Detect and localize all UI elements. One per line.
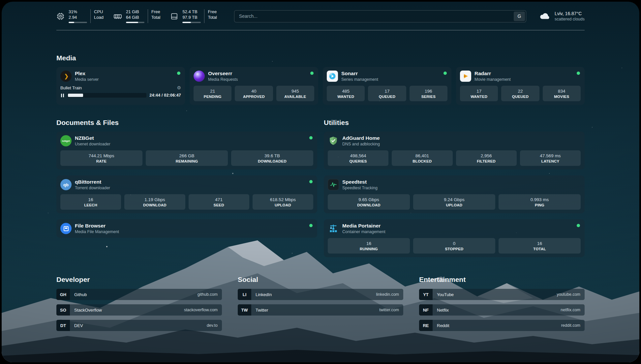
snow-particles — [2, 2, 2, 2]
filebrowser-name: File Browser — [75, 223, 119, 229]
cpu-progress-bar — [69, 22, 87, 23]
memory-icon — [113, 12, 122, 20]
plex-status-dot — [177, 72, 180, 75]
plex-icon: ❯ — [60, 71, 72, 82]
plex-name: Plex — [75, 71, 99, 76]
top-bar: 31% 2.94 CPU Load — [56, 2, 585, 20]
qbittorrent-stat-download: 1.19 GbpsDOWNLOAD — [124, 194, 185, 210]
plex-playback-progress[interactable] — [67, 93, 146, 98]
adguard-subtitle: DNS and adblocking — [342, 142, 380, 146]
sonarr-stat-wanted: 485WANTED — [327, 86, 365, 101]
adguard-shield-icon — [328, 135, 339, 146]
nzbget-status-dot — [309, 136, 313, 139]
utilities-section: Utilities AdGu — [324, 119, 585, 257]
youtube-abbr: YT — [419, 289, 433, 300]
entertainment-bookmarks: Entertainment YT YouTube youtube.com NF … — [419, 276, 585, 331]
speedtest-stat-ping: 0.993 msPING — [499, 194, 581, 210]
radarr-name: Radarr — [474, 71, 511, 76]
bookmark-stackoverflow[interactable]: SO StackOverflow stackoverflow.com — [56, 304, 222, 316]
entertainment-section-title: Entertainment — [419, 276, 585, 284]
memory-progress-bar — [126, 22, 144, 23]
speedtest-stat-upload: 9.24 GbpsUPLOAD — [413, 194, 495, 210]
cloud-icon — [539, 11, 551, 21]
portainer-status-dot — [577, 224, 580, 227]
qbittorrent-name: qBittorrent — [75, 179, 110, 185]
sonarr-card[interactable]: Sonarr Series management 485WANTED 17QUE… — [323, 67, 451, 105]
adguard-stat-blocked: 86,401BLOCKED — [392, 150, 452, 166]
sonarr-name: Sonarr — [341, 71, 378, 76]
overseerr-subtitle: Media Requests — [208, 77, 238, 82]
adguard-name: AdGuard Home — [342, 135, 380, 141]
filebrowser-status-dot — [309, 224, 313, 227]
search-bar: G — [234, 10, 526, 22]
qbittorrent-icon: qb — [60, 179, 72, 190]
overseerr-name: Overseerr — [208, 71, 238, 76]
speedtest-name: Speedtest — [342, 179, 378, 185]
dashboard: 31% 2.94 CPU Load — [2, 2, 639, 362]
radarr-subtitle: Movie management — [474, 77, 511, 82]
qbittorrent-stat-seed: 471SEED — [189, 194, 249, 210]
disk-total-value: 97.9 TB — [182, 15, 201, 20]
plex-subtitle: Media server — [75, 77, 99, 82]
topbar-divider — [56, 30, 585, 30]
overseerr-stat-approved: 40APPROVED — [235, 86, 273, 101]
documents-section: Documents & Files nzbget NZBGet Usenet d… — [56, 119, 317, 238]
filebrowser-subtitle: Media File Management — [75, 229, 119, 234]
weather-condition: scattered clouds — [555, 17, 585, 21]
memory-label-2: Total — [151, 15, 160, 20]
nzbget-card[interactable]: nzbget NZBGet Usenet downloader 744.21 M… — [56, 132, 317, 169]
sonarr-status-dot — [443, 72, 447, 75]
nzbget-icon: nzbget — [60, 135, 72, 146]
radarr-status-dot — [577, 72, 580, 75]
speedtest-stat-download: 9.65 GbpsDOWNLOAD — [328, 194, 410, 210]
cpu-usage-value: 31% — [69, 9, 87, 15]
adguard-stat-latency: 47.569 msLATENCY — [520, 150, 581, 166]
gear-icon[interactable]: ⚙ — [177, 85, 181, 90]
dev-abbr: DT — [56, 320, 70, 331]
github-abbr: GH — [56, 289, 70, 300]
bookmark-dev[interactable]: DT DEV dev.to — [56, 320, 222, 331]
disk-progress-bar — [182, 22, 201, 23]
weather-widget: Lviv, 16.87°C scattered clouds — [539, 11, 585, 21]
portainer-subtitle: Container management — [342, 229, 385, 234]
bookmark-linkedin[interactable]: LI LinkedIn linkedin.com — [238, 289, 403, 300]
radarr-card[interactable]: Radarr Movie management 17WANTED 22QUEUE… — [456, 67, 585, 105]
search-input[interactable] — [234, 10, 526, 22]
bookmark-netflix[interactable]: NF Netflix netflix.com — [419, 304, 585, 316]
search-provider-button[interactable]: G — [514, 12, 525, 21]
cpu-load-value: 2.94 — [69, 15, 87, 20]
adguard-stat-filtered: 2,956FILTERED — [456, 150, 517, 166]
disk-widget: 52.4 TB 97.9 TB Free Total — [170, 9, 217, 23]
reddit-abbr: RE — [419, 320, 433, 331]
portainer-card[interactable]: Media Portainer Container management 16R… — [324, 219, 585, 257]
qbittorrent-stat-upload: 618.52 MbpsUPLOAD — [253, 194, 313, 210]
adguard-card[interactable]: AdGuard Home DNS and adblocking 498,564Q… — [324, 132, 585, 169]
twitter-abbr: TW — [238, 304, 251, 316]
disk-label-2: Total — [208, 15, 217, 20]
nzbget-stat-remaining: 266 GBREMAINING — [146, 150, 228, 166]
speedtest-icon — [328, 179, 339, 190]
plex-card[interactable]: ❯ Plex Media server Bullet Train ⚙ 24:44… — [56, 67, 185, 105]
bookmark-reddit[interactable]: RE Reddit reddit.com — [419, 320, 585, 331]
speedtest-card[interactable]: Speedtest Speedtest Tracking 9.65 GbpsDO… — [324, 175, 585, 213]
bookmark-youtube[interactable]: YT YouTube youtube.com — [419, 289, 585, 300]
documents-section-title: Documents & Files — [56, 119, 317, 127]
radarr-stat-movies: 834MOVIES — [543, 86, 581, 101]
sonarr-stat-queued: 17QUEUED — [368, 86, 406, 101]
filebrowser-card[interactable]: File Browser Media File Management — [56, 219, 317, 238]
overseerr-stat-pending: 21PENDING — [194, 86, 231, 101]
bookmark-twitter[interactable]: TW Twitter twitter.com — [238, 304, 403, 316]
radarr-stat-wanted: 17WANTED — [460, 86, 498, 101]
bookmark-github[interactable]: GH Github github.com — [56, 289, 222, 300]
stackoverflow-abbr: SO — [56, 304, 70, 316]
developer-section-title: Developer — [56, 276, 222, 284]
overseerr-card[interactable]: Overseerr Media Requests 21PENDING 40APP… — [190, 67, 318, 105]
sonarr-stat-series: 196SERIES — [410, 86, 447, 101]
qbittorrent-card[interactable]: qb qBittorrent Torrent downloader 16LEEC… — [56, 175, 317, 213]
pause-icon[interactable] — [60, 94, 64, 97]
portainer-crane-icon — [328, 223, 339, 234]
nzbget-subtitle: Usenet downloader — [75, 142, 110, 146]
nzbget-stat-rate: 744.21 MbpsRATE — [60, 150, 142, 166]
disk-icon — [170, 12, 178, 20]
memory-widget: 21 GiB 64 GiB Free Total — [113, 9, 160, 23]
